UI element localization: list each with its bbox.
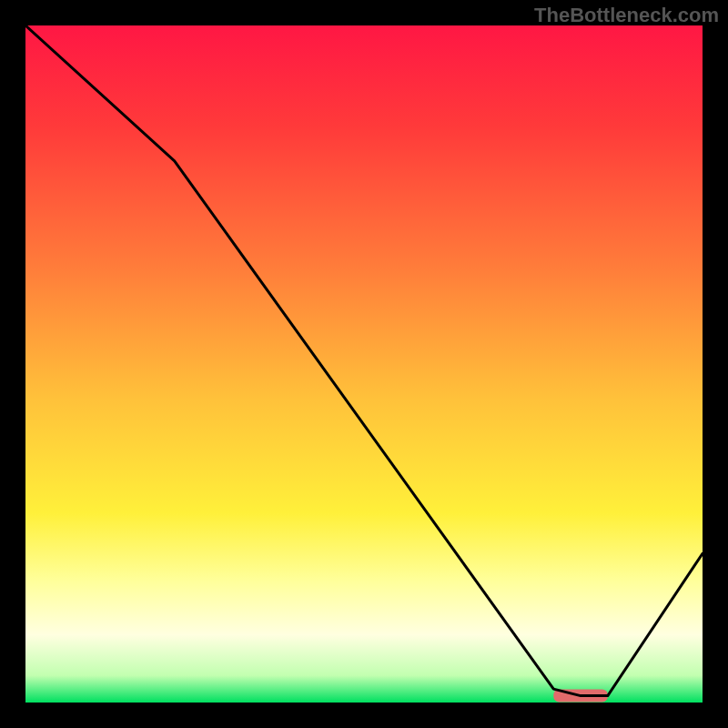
chart-frame [25, 25, 703, 703]
chart-svg [25, 25, 703, 703]
gradient-background [25, 25, 703, 703]
watermark-text: TheBottleneck.com [534, 4, 719, 27]
